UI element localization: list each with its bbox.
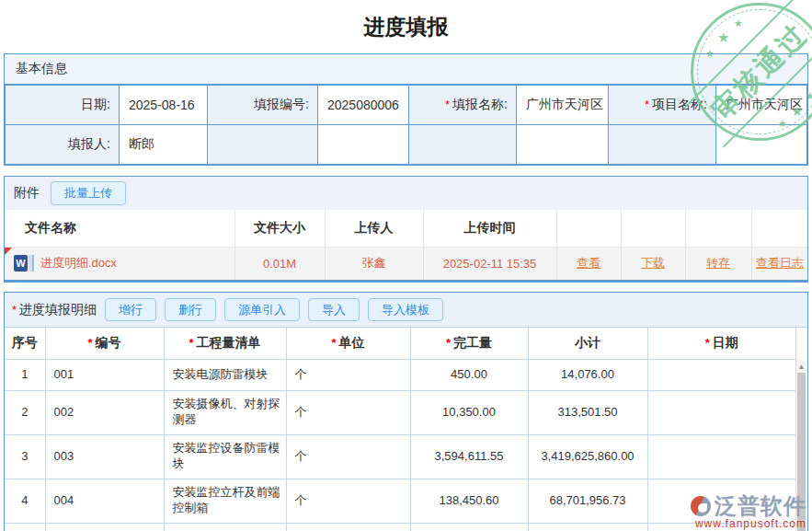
table-row: 1 001 安装电源防雷模块 个 450.00 14,076.00 [5,359,796,390]
file-size: 0.01M [234,247,325,280]
source-import-button[interactable]: 源单引入 [224,298,300,322]
basic-info-table: 日期: 2025-08-16 填报编号: 2025080006 *填报名称: 广… [5,85,807,165]
empty-value-cell [318,125,409,165]
col-file-name: 文件名称 [5,210,234,247]
col-action [685,210,751,247]
date-cell[interactable] [647,390,796,434]
col-unit: *单位 [286,328,410,359]
completed-cell[interactable]: 3,594,611.55 [410,434,528,479]
date-label: 日期: [6,86,120,125]
delete-row-button[interactable]: 删行 [165,298,216,322]
col-seq: 序号 [5,328,45,359]
col-action [556,210,621,247]
subtotal-cell: 14,076.00 [528,359,647,390]
page-title: 进度填报 [0,0,812,53]
col-completed: *完工量 [410,328,528,359]
reporter-field[interactable]: 断郎 [120,125,208,165]
scrollbar-up-arrow-icon[interactable]: ▲ [796,360,806,373]
project-name-label: *项目名称: [609,86,716,125]
empty-label-cell [409,125,517,165]
file-name: 进度明细.docx [40,255,117,271]
attachment-table: 文件名称 文件大小 上传人 上传时间 W 进度明细.docx 0.01M 张鑫 … [5,210,807,280]
attachment-row: W 进度明细.docx 0.01M 张鑫 2025-02-11 15:35 查看… [5,247,807,280]
basic-info-panel: 基本信息 日期: 2025-08-16 填报编号: 2025080006 *填报… [4,53,808,166]
boq-cell[interactable]: 安装监控立杆及前端控制箱 [164,479,286,523]
unit-cell[interactable]: 个 [286,359,410,390]
required-asterisk: * [12,303,17,317]
download-link[interactable]: 下载 [641,256,665,270]
date-cell[interactable] [647,434,796,479]
code-cell[interactable]: 003 [45,434,164,479]
col-file-size: 文件大小 [234,210,325,247]
detail-table: 序号 *编号 *工程量清单 *单位 *完工量 小计 *日期 1 001 安装电源… [5,328,796,531]
required-asterisk: * [446,336,451,350]
fanpu-logo-icon [691,496,711,516]
col-subtotal: 小计 [528,328,647,359]
project-name-field[interactable]: 广州市天河区 [716,86,807,125]
table-row: 2 002 安装摄像机、对射探测器 个 10,350.00 313,501.50 [5,390,796,434]
file-upload-time: 2025-02-11 15:35 [423,247,556,280]
col-uploader: 上传人 [325,210,423,247]
fanpu-logo: 泛普软件 www.fanpusoft.com [691,495,806,529]
date-cell[interactable] [647,359,796,390]
report-name-field[interactable]: 广州市天河区 [517,86,609,125]
reporter-label: 填报人: [6,125,120,165]
basic-info-section-title: 基本信息 [5,54,807,85]
subtotal-cell: 68,701,956.73 [528,479,647,523]
seq-cell: 1 [5,359,45,390]
report-name-label: *填报名称: [409,86,517,125]
required-asterisk: * [445,98,450,111]
report-no-label: 填报编号: [208,86,318,125]
detail-section-title: *进度填报明细 [12,302,97,318]
corner-flag-icon [5,248,12,255]
boq-cell[interactable]: 安装监控设备防雷模块 [164,434,286,479]
import-template-button[interactable]: 导入模板 [368,298,443,322]
view-log-link[interactable]: 查看日志 [756,256,804,270]
import-button[interactable]: 导入 [308,298,360,322]
transfer-link[interactable]: 转存 [706,256,730,270]
empty-value-cell [517,125,609,165]
batch-upload-button[interactable]: 批量上传 [51,181,126,205]
col-upload-time: 上传时间 [423,210,556,247]
attachment-section-title: 附件 [14,185,40,202]
word-doc-icon: W [14,255,34,271]
col-date: *日期 [647,328,796,359]
add-row-button[interactable]: 增行 [105,298,156,322]
date-field[interactable]: 2025-08-16 [120,86,208,125]
boq-cell[interactable]: 安装摄像机、对射探测器 [164,390,286,434]
code-cell[interactable]: 001 [45,359,164,390]
empty-label-cell [208,125,318,165]
unit-cell[interactable]: 个 [286,479,410,523]
seq-cell: 2 [5,390,45,434]
file-name-cell[interactable]: W 进度明细.docx [5,247,234,280]
table-row: 4 004 安装监控立杆及前端控制箱 个 138,450.60 68,701,9… [5,479,796,523]
unit-cell[interactable]: 个 [286,390,410,434]
col-code: *编号 [45,328,164,359]
required-asterisk: * [705,336,710,350]
empty-value-cell [716,125,807,165]
view-link[interactable]: 查看 [577,256,600,270]
completed-cell[interactable]: 450.00 [410,359,528,390]
required-asterisk: * [645,98,649,111]
progress-detail-panel: *进度填报明细 增行 删行 源单引入 导入 导入模板 序号 *编号 *工程量清单… [4,292,808,531]
report-no-field[interactable]: 2025080006 [318,86,409,125]
unit-cell[interactable]: 个 [286,434,410,479]
fanpu-url: www.fanpusoft.com [691,518,806,529]
empty-label-cell [609,125,716,165]
required-asterisk: * [189,336,193,350]
col-action [751,210,807,247]
completed-cell[interactable]: 10,350.00 [410,390,528,434]
table-row: 3 003 安装监控设备防雷模块 个 3,594,611.55 3,419,62… [5,434,796,479]
table-row-partial [5,523,796,531]
subtotal-cell: 313,501.50 [528,390,647,434]
required-asterisk: * [87,336,92,350]
completed-cell[interactable]: 138,450.60 [410,479,528,523]
col-boq: *工程量清单 [164,328,286,359]
code-cell[interactable]: 002 [45,390,164,434]
boq-cell[interactable]: 安装电源防雷模块 [164,359,286,390]
code-cell[interactable]: 004 [45,479,164,523]
file-uploader: 张鑫 [325,247,423,280]
required-asterisk: * [331,336,336,350]
fanpu-brand: 泛普软件 [715,495,806,517]
attachment-panel: 附件 批量上传 文件名称 文件大小 上传人 上传时间 W 进 [4,176,808,283]
